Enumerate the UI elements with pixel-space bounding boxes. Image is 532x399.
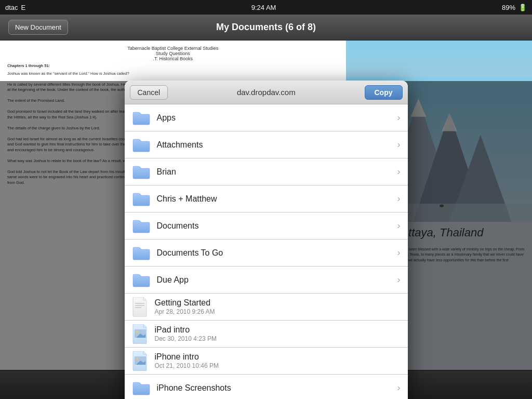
folder-icon xyxy=(132,245,151,261)
status-bar: dtac E 9:24 AM 89% 🔋 xyxy=(0,0,532,15)
list-item[interactable]: Getting Started Apr 28, 2010 9:26 AM xyxy=(125,294,408,321)
folder-icon xyxy=(132,380,151,396)
item-content: Documents xyxy=(157,221,391,231)
item-date: Dec 30, 2010 4:23 PM xyxy=(155,335,401,342)
battery-icon: 🔋 xyxy=(518,4,527,11)
signal-label: E xyxy=(21,4,26,11)
new-document-button[interactable]: New Document xyxy=(8,20,68,35)
page-title: My Documents (6 of 8) xyxy=(216,22,316,33)
item-content: iPad intro Dec 30, 2010 4:23 PM xyxy=(155,325,401,342)
doc-header: Tabernacle Baptist College External Stud… xyxy=(7,46,339,61)
item-name: Brian xyxy=(157,167,391,177)
file-thumbnail-icon xyxy=(132,324,149,344)
battery-label: 89% xyxy=(502,4,515,11)
modal-url: dav.dropdav.com xyxy=(237,88,296,97)
cancel-button[interactable]: Cancel xyxy=(130,85,168,100)
folder-icon xyxy=(132,110,151,126)
chevron-right-icon: › xyxy=(397,382,401,393)
time-label: 9:24 AM xyxy=(251,4,276,11)
file-icon xyxy=(132,297,149,317)
item-content: Documents To Go xyxy=(157,248,391,258)
list-item[interactable]: Brian › xyxy=(125,158,408,185)
list-item[interactable]: Documents › xyxy=(125,212,408,240)
modal-overlay: Cancel dav.dropdav.com Copy Apps › xyxy=(0,81,532,399)
item-content: Brian xyxy=(157,167,391,177)
chevron-right-icon: › xyxy=(397,220,401,231)
chevron-right-icon: › xyxy=(397,139,401,150)
item-content: Apps xyxy=(157,113,391,123)
chevron-right-icon: › xyxy=(397,274,401,285)
nav-bar: New Document My Documents (6 of 8) xyxy=(0,15,532,41)
item-content: Due App xyxy=(157,275,391,285)
item-content: Getting Started Apr 28, 2010 9:26 AM xyxy=(155,298,401,315)
item-content: iPhone Screenshots xyxy=(157,383,391,393)
chevron-right-icon: › xyxy=(397,247,401,258)
item-name: iPhone intro xyxy=(155,352,401,362)
status-left: dtac E xyxy=(5,4,25,11)
item-date: Oct 21, 2010 10:46 PM xyxy=(155,362,401,369)
folder-icon xyxy=(132,218,151,234)
item-content: iPhone intro Oct 21, 2010 10:46 PM xyxy=(155,352,401,369)
item-content: Attachments xyxy=(157,140,391,150)
item-name: iPad intro xyxy=(155,325,401,335)
list-item[interactable]: iPad intro Dec 30, 2010 4:23 PM xyxy=(125,321,408,348)
file-thumbnail-icon xyxy=(132,351,149,371)
list-item[interactable]: Apps › xyxy=(125,104,408,131)
carrier-label: dtac xyxy=(5,4,18,11)
item-date: Apr 28, 2010 9:26 AM xyxy=(155,308,401,315)
item-name: Apps xyxy=(157,113,391,123)
chevron-right-icon: › xyxy=(397,193,401,204)
chevron-right-icon: › xyxy=(397,112,401,123)
svg-point-13 xyxy=(136,331,138,333)
folder-icon xyxy=(132,164,151,180)
item-name: iPhone Screenshots xyxy=(157,383,391,393)
chevron-right-icon: › xyxy=(397,166,401,177)
list-item[interactable]: Chris + Matthew › xyxy=(125,185,408,212)
list-item[interactable]: iPhone intro Oct 21, 2010 10:46 PM xyxy=(125,348,408,375)
list-item[interactable]: Due App › xyxy=(125,267,408,294)
status-right: 89% 🔋 xyxy=(502,4,527,11)
item-content: Chris + Matthew xyxy=(157,194,391,204)
folder-icon xyxy=(132,137,151,153)
item-name: Documents xyxy=(157,221,391,231)
folder-icon xyxy=(132,191,151,207)
copy-modal: Cancel dav.dropdav.com Copy Apps › xyxy=(125,81,408,399)
folder-icon xyxy=(132,272,151,288)
list-item[interactable]: Attachments › xyxy=(125,131,408,158)
list-item[interactable]: Documents To Go › xyxy=(125,240,408,267)
item-name: Due App xyxy=(157,275,391,285)
item-name: Getting Started xyxy=(155,298,401,308)
copy-button[interactable]: Copy xyxy=(365,85,403,100)
modal-header: Cancel dav.dropdav.com Copy xyxy=(125,81,408,104)
item-name: Documents To Go xyxy=(157,248,391,258)
modal-list: Apps › Attachments › xyxy=(125,104,408,399)
item-name: Chris + Matthew xyxy=(157,194,391,204)
main-content: Tabernacle Baptist College External Stud… xyxy=(0,41,532,370)
svg-point-16 xyxy=(136,358,138,360)
item-name: Attachments xyxy=(157,140,391,150)
list-item[interactable]: iPhone Screenshots › xyxy=(125,375,408,399)
